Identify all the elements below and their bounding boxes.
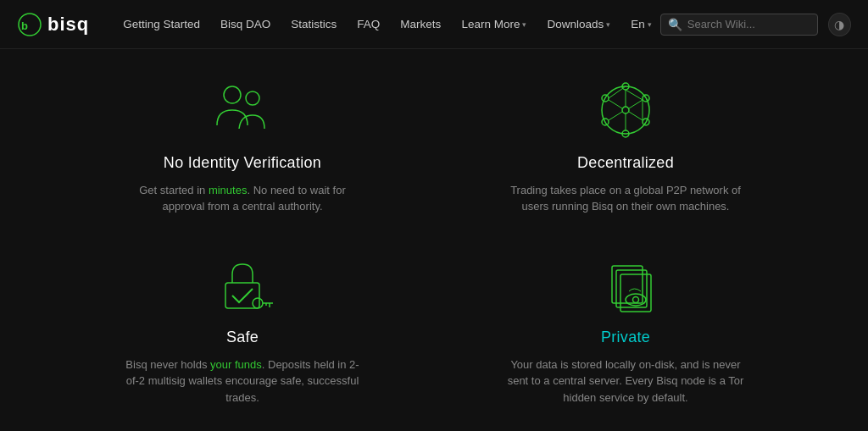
no-identity-title: No Identity Verification — [164, 154, 321, 172]
svg-line-13 — [629, 100, 643, 108]
svg-point-30 — [633, 296, 639, 302]
svg-text:b: b — [21, 19, 28, 32]
logo[interactable]: b bisq — [17, 12, 89, 37]
search-input[interactable] — [687, 18, 810, 30]
svg-point-2 — [224, 86, 241, 103]
nav-language[interactable]: En ▾ — [622, 13, 660, 36]
feature-safe: Safe Bisq never holds your funds. Deposi… — [51, 234, 434, 423]
safe-desc: Bisq never holds your funds. Deposits he… — [124, 356, 361, 406]
navbar: b bisq Getting Started Bisq DAO Statisti… — [0, 0, 868, 49]
svg-line-16 — [609, 112, 622, 120]
people-icon — [209, 76, 276, 144]
svg-line-17 — [609, 100, 622, 108]
nav-markets[interactable]: Markets — [392, 13, 449, 36]
no-identity-desc: Get started in minutes. No need to wait … — [124, 182, 361, 215]
svg-point-22 — [253, 298, 263, 308]
feature-decentralized: Decentralized Trading takes place on a g… — [434, 58, 817, 234]
search-icon: 🔍 — [668, 18, 682, 31]
feature-no-identity: No Identity Verification Get started in … — [51, 58, 434, 234]
feature-private: Private Your data is stored locally on-d… — [434, 234, 817, 423]
learn-more-chevron-icon: ▾ — [522, 20, 526, 29]
private-title: Private — [601, 329, 650, 346]
theme-icon: ◑ — [834, 18, 844, 31]
search-box[interactable]: 🔍 — [660, 14, 818, 36]
nav-learn-more[interactable]: Learn More ▾ — [453, 13, 535, 36]
decentralized-desc: Trading takes place on a global P2P netw… — [507, 182, 744, 215]
svg-line-14 — [629, 112, 643, 120]
nav-statistics[interactable]: Statistics — [282, 13, 345, 36]
nav-links: Getting Started Bisq DAO Statistics FAQ … — [114, 13, 660, 36]
your-funds-link[interactable]: your funds — [210, 358, 262, 371]
nav-bisq-dao[interactable]: Bisq DAO — [212, 13, 279, 36]
downloads-chevron-icon: ▾ — [606, 20, 610, 29]
eye-shield-icon — [592, 251, 659, 318]
minutes-link[interactable]: minutes — [209, 184, 248, 196]
nav-faq[interactable]: FAQ — [348, 13, 388, 36]
logo-text: bisq — [47, 14, 89, 36]
svg-rect-21 — [225, 283, 259, 308]
safe-title: Safe — [226, 329, 259, 346]
decentralized-title: Decentralized — [577, 154, 674, 172]
language-chevron-icon: ▾ — [648, 20, 652, 29]
network-icon — [592, 76, 659, 144]
bisq-logo-icon: b — [17, 12, 42, 37]
lock-icon — [209, 251, 276, 318]
nav-getting-started[interactable]: Getting Started — [114, 13, 209, 36]
features-grid: No Identity Verification Get started in … — [0, 49, 868, 431]
private-desc: Your data is stored locally on-disk, and… — [507, 356, 744, 406]
svg-point-3 — [246, 91, 259, 105]
theme-toggle-button[interactable]: ◑ — [828, 13, 851, 36]
nav-downloads[interactable]: Downloads ▾ — [538, 13, 619, 36]
svg-point-11 — [622, 107, 629, 113]
